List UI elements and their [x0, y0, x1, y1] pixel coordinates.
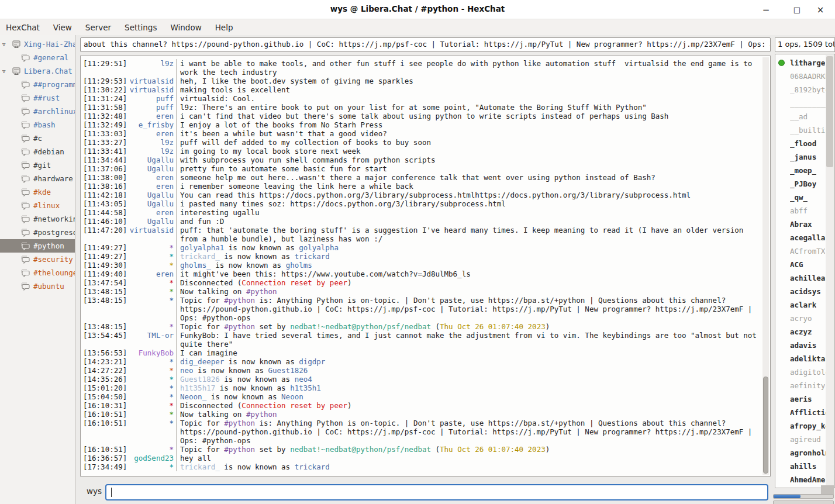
message: neo is now known as Guest1826	[180, 366, 760, 375]
tree-item-Xing-Hai-Zhar[interactable]: ▽Xing-Hai-Zhar	[0, 37, 75, 51]
tree-item-security[interactable]: #security	[0, 253, 75, 266]
tree-item-debian[interactable]: #debian	[0, 145, 75, 158]
channel-icon	[21, 242, 30, 250]
chat-line-meta: [16:10:51]*	[83, 410, 177, 419]
close-button[interactable]: ×	[813, 2, 828, 18]
timestamp: [14:35:26]	[83, 375, 127, 384]
tree-item-label: #git	[33, 161, 51, 170]
timestamp: [15:01:20]	[83, 384, 127, 392]
chat-line-meta: [11:38:16]eren	[83, 182, 177, 191]
message: it might've been this: https://www.youtu…	[180, 270, 760, 278]
maximize-button[interactable]: □	[789, 2, 805, 18]
message-input[interactable]	[105, 484, 768, 500]
tree-item-c[interactable]: #c	[0, 132, 75, 145]
chat-line: [13:56:53]FunkyBobI can imagine	[83, 348, 769, 357]
message-segment: i can't find that video but there's some…	[180, 112, 668, 120]
user-list-scrollbar-thumb[interactable]	[826, 56, 833, 167]
menu-item-window[interactable]: Window	[170, 23, 201, 32]
chat-scrollbar[interactable]	[762, 57, 769, 475]
input-bar: wys	[80, 479, 771, 504]
tree-item-archlinux[interactable]: #archlinux	[0, 105, 75, 118]
user-list[interactable]: litharge068AADRKN_8192byte___________ad_…	[775, 54, 835, 488]
chat-line: [11:29:53]virtualsidheh, I like the boot…	[83, 77, 769, 85]
tree-item-general[interactable]: #general	[0, 51, 75, 64]
chat-line: [14:27:22]*neo is now known as Guest1826	[83, 366, 769, 375]
tree-item-label: #debian	[33, 147, 64, 156]
message-segment: Thu Oct 26 01:07:40 2023	[440, 445, 546, 454]
tree-item-kde[interactable]: #kde	[0, 185, 75, 199]
message-segment: Thu Oct 26 01:07:40 2023	[440, 322, 546, 331]
tree-item-Libera.Chat[interactable]: ▽Libera.Chat	[0, 64, 75, 78]
chat-area[interactable]: [11:29:51]l9zi want be able to make tool…	[80, 56, 771, 477]
message: Topic for #python is: Anything Python is…	[180, 419, 760, 445]
expander-icon[interactable]: ▽	[2, 42, 11, 47]
tree-item-programming[interactable]: ##programming	[0, 78, 75, 91]
message-segment: heh, I like the boot.dev system of givin…	[180, 77, 413, 85]
message-segment: it might've been this: https://www.youtu…	[180, 270, 471, 278]
message: Now talking on #python	[180, 287, 760, 296]
chat-line: [11:29:51]l9zi want be able to make tool…	[83, 59, 769, 77]
chat-line-meta: [11:49:27]*	[83, 243, 177, 252]
message-segment: is now known as	[194, 366, 268, 375]
minimize-button[interactable]: −	[758, 2, 774, 18]
message-segment: #python	[246, 287, 277, 296]
timestamp: [16:10:51]	[83, 445, 127, 454]
timestamp: [16:10:51]	[83, 419, 127, 427]
message: FunkyBob: I have tried several times, an…	[180, 331, 760, 348]
tree-item-bash[interactable]: #bash	[0, 118, 75, 132]
chat-scrollbar-thumb[interactable]	[763, 377, 768, 474]
server-tree[interactable]: ▽Xing-Hai-Zhar#general▽Libera.Chat##prog…	[0, 35, 75, 504]
menu-item-server[interactable]: Server	[85, 23, 111, 32]
user-list-scrollbar-end[interactable]	[821, 485, 834, 495]
timestamp: [11:49:30]	[83, 261, 127, 270]
hexchat-window: wys @ Libera.Chat / #python - HexChat − …	[0, 0, 835, 504]
nick: *	[169, 296, 174, 305]
timestamp: [15:04:50]	[83, 392, 127, 401]
nick: eren	[156, 208, 174, 217]
chat-line: [11:33:03]erenit's been a while but wasn…	[83, 129, 769, 138]
op-dot-slot	[778, 60, 790, 66]
message-segment: )	[546, 445, 550, 454]
message-segment: #python	[224, 445, 255, 454]
timestamp: [14:23:21]	[83, 357, 127, 366]
tree-item-postgresql[interactable]: #postgresql	[0, 226, 75, 239]
tree-item-rust[interactable]: ##rust	[0, 91, 75, 105]
tree-item-ubuntu[interactable]: #ubuntu	[0, 279, 75, 293]
menu-item-help[interactable]: Help	[215, 23, 233, 32]
menu-item-hexchat[interactable]: HexChat	[6, 23, 40, 32]
user-name: adavis	[790, 341, 816, 350]
message-segment: #python	[246, 410, 277, 419]
timestamp: [17:34:49]	[83, 462, 127, 471]
tree-item-linux[interactable]: #linux	[0, 199, 75, 212]
tree-item-hardware[interactable]: #hardware	[0, 172, 75, 185]
expander-icon[interactable]: ▽	[2, 68, 11, 74]
timestamp: [11:32:48]	[83, 112, 127, 120]
topic-input[interactable]: about this channel? https://pound-python…	[80, 37, 771, 52]
user-list-scrollbar[interactable]	[826, 55, 834, 487]
chat-line: [11:37:06]Ugallupretty fun to automate s…	[83, 164, 769, 173]
nick: eren	[156, 270, 174, 278]
tree-item-git[interactable]: #git	[0, 158, 75, 172]
menu-item-settings[interactable]: Settings	[125, 23, 157, 32]
nick: *	[169, 401, 174, 410]
message-segment: Topic for	[180, 419, 224, 427]
chat-line: [13:48:15]*Topic for #python set by nedb…	[83, 322, 769, 331]
chat-line-meta: [11:42:18]Ugallu	[83, 191, 177, 199]
timestamp: [13:48:15]	[83, 296, 127, 305]
tree-item-networking[interactable]: #networking	[0, 212, 75, 226]
tree-item-thelounge[interactable]: #thelounge	[0, 266, 75, 279]
menu-item-view[interactable]: View	[53, 23, 72, 32]
channel-icon	[21, 94, 30, 102]
message-segment: #python	[224, 322, 255, 331]
message: I can imagine	[180, 348, 760, 357]
message-segment: #python	[224, 296, 255, 305]
nick: l9z	[160, 147, 174, 156]
window-title: wys @ Libera.Chat / #python - HexChat	[0, 4, 835, 13]
message: pretty fun to automate some basic fun fo…	[180, 164, 760, 173]
chat-line: [16:36:57]godSend23hey all	[83, 454, 769, 462]
message-segment: gholms_	[180, 261, 211, 270]
timestamp: [11:42:18]	[83, 191, 127, 199]
chat-line-meta: [11:33:03]eren	[83, 129, 177, 138]
tree-item-python[interactable]: #python	[0, 239, 75, 253]
chat-line-meta: [13:48:15]*	[83, 322, 177, 331]
